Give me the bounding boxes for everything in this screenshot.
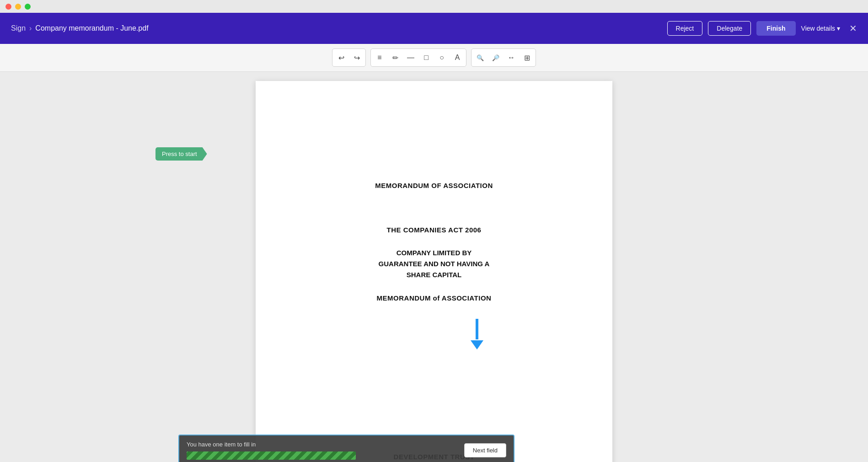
line-button[interactable]: — xyxy=(403,50,418,65)
minus-icon: — xyxy=(407,54,414,62)
fill-item-banner: You have one item to fill in Next field xyxy=(178,435,514,462)
pdf-act: THE COMPANIES ACT 2006 xyxy=(292,226,576,234)
fill-progress-bar xyxy=(187,451,356,460)
toolbar-group-draw: ≡ ✏ — □ ○ A xyxy=(370,48,466,67)
zoom-out-button[interactable]: 🔍 xyxy=(473,50,488,65)
menu-button[interactable]: ≡ xyxy=(372,50,387,65)
maximize-traffic-light[interactable] xyxy=(25,4,31,10)
zoom-out-icon: 🔍 xyxy=(477,54,484,61)
fill-banner-content: You have one item to fill in xyxy=(187,441,455,460)
circle-icon: ○ xyxy=(439,54,444,62)
delegate-button[interactable]: Delegate xyxy=(708,21,751,36)
toolbar-group-view: 🔍 🔎 ↔ ⊞ xyxy=(471,48,536,67)
text-button[interactable]: A xyxy=(450,50,465,65)
circle-button[interactable]: ○ xyxy=(434,50,449,65)
breadcrumb-sign[interactable]: Sign xyxy=(11,24,26,32)
rectangle-button[interactable]: □ xyxy=(419,50,434,65)
arrow-shaft xyxy=(476,319,478,339)
menu-icon: ≡ xyxy=(377,54,381,62)
arrow-down-icon xyxy=(471,340,483,349)
grid-icon: ⊞ xyxy=(524,54,530,62)
breadcrumb-file: Company memorandum - June.pdf xyxy=(35,24,148,32)
arrow-indicator xyxy=(471,319,483,349)
grid-button[interactable]: ⊞ xyxy=(520,50,534,65)
pdf-container: Press to start MEMORANDUM OF ASSOCIATION… xyxy=(0,72,868,462)
zoom-in-icon: 🔎 xyxy=(492,54,499,61)
close-button[interactable]: ✕ xyxy=(849,23,857,34)
redo-icon: ↪ xyxy=(354,54,360,62)
pencil-button[interactable]: ✏ xyxy=(388,50,402,65)
finish-button[interactable]: Finish xyxy=(756,21,795,36)
pdf-content: MEMORANDUM OF ASSOCIATION THE COMPANIES … xyxy=(292,182,576,302)
fit-width-button[interactable]: ↔ xyxy=(504,50,519,65)
pencil-icon: ✏ xyxy=(392,54,398,62)
main-area: Press to start MEMORANDUM OF ASSOCIATION… xyxy=(0,72,868,462)
breadcrumb: Sign › Company memorandum - June.pdf xyxy=(11,24,149,32)
close-traffic-light[interactable] xyxy=(5,4,11,10)
undo-icon: ↩ xyxy=(338,54,344,62)
pdf-page: MEMORANDUM OF ASSOCIATION THE COMPANIES … xyxy=(256,81,612,462)
reject-button[interactable]: Reject xyxy=(667,21,703,36)
toolbar: ↩ ↪ ≡ ✏ — □ ○ A 🔍 🔎 ↔ xyxy=(0,44,868,72)
pdf-company-type: COMPANY LIMITED BYGUARANTEE AND NOT HAVI… xyxy=(292,247,576,280)
fit-width-icon: ↔ xyxy=(508,54,515,62)
header-actions: Reject Delegate Finish View details ▾ ✕ xyxy=(667,21,857,36)
chevron-down-icon: ▾ xyxy=(837,25,840,32)
rectangle-icon: □ xyxy=(424,54,429,62)
breadcrumb-separator: › xyxy=(29,24,32,32)
text-icon: A xyxy=(455,54,460,62)
undo-button[interactable]: ↩ xyxy=(334,50,348,65)
toolbar-group-history: ↩ ↪ xyxy=(332,48,366,67)
view-details-button[interactable]: View details ▾ xyxy=(801,25,840,32)
fill-banner-message: You have one item to fill in xyxy=(187,441,455,448)
minimize-traffic-light[interactable] xyxy=(15,4,21,10)
redo-button[interactable]: ↪ xyxy=(349,50,364,65)
pdf-memo-label: MEMORANDUM of ASSOCIATION xyxy=(292,294,576,302)
zoom-in-button[interactable]: 🔎 xyxy=(488,50,503,65)
press-to-start-button[interactable]: Press to start xyxy=(155,147,207,161)
titlebar xyxy=(0,0,868,13)
app-header: Sign › Company memorandum - June.pdf Rej… xyxy=(0,13,868,44)
next-field-button[interactable]: Next field xyxy=(464,443,506,457)
pdf-main-title: MEMORANDUM OF ASSOCIATION xyxy=(292,182,576,189)
